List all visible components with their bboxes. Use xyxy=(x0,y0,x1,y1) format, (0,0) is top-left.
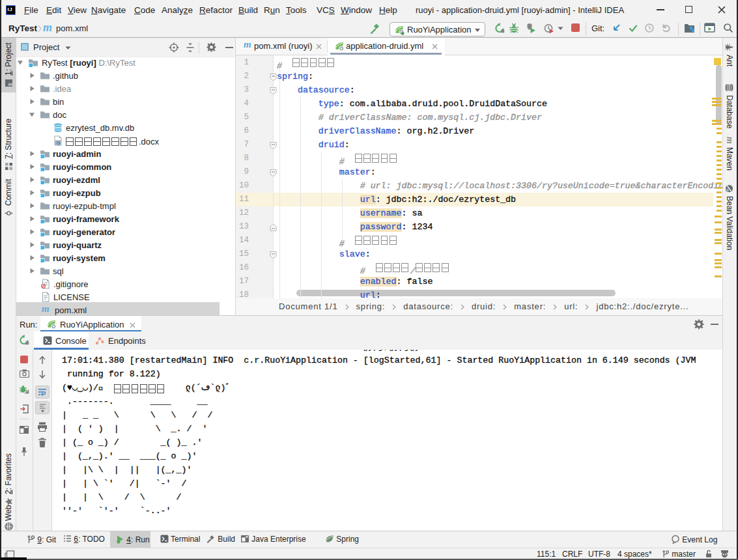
svg-text:?: ? xyxy=(57,141,61,147)
